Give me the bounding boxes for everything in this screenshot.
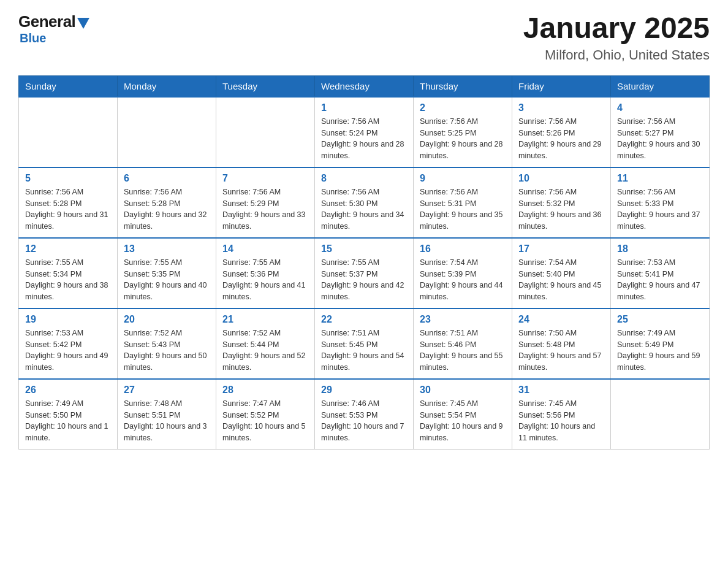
calendar-cell: 21Sunrise: 7:52 AMSunset: 5:44 PMDayligh… xyxy=(216,308,315,379)
calendar-cell: 11Sunrise: 7:56 AMSunset: 5:33 PMDayligh… xyxy=(611,167,710,238)
day-number: 29 xyxy=(321,385,407,396)
day-info: Sunrise: 7:54 AMSunset: 5:39 PMDaylight:… xyxy=(420,257,506,303)
day-number: 1 xyxy=(321,102,407,113)
day-number: 27 xyxy=(124,385,210,396)
calendar-header-saturday: Saturday xyxy=(611,75,710,97)
day-number: 21 xyxy=(222,314,308,325)
calendar-cell: 30Sunrise: 7:45 AMSunset: 5:54 PMDayligh… xyxy=(414,379,512,450)
day-info: Sunrise: 7:56 AMSunset: 5:24 PMDaylight:… xyxy=(321,116,407,162)
calendar-week-row: 1Sunrise: 7:56 AMSunset: 5:24 PMDaylight… xyxy=(19,97,710,167)
calendar-header-thursday: Thursday xyxy=(414,75,512,97)
calendar-cell: 19Sunrise: 7:53 AMSunset: 5:42 PMDayligh… xyxy=(19,308,118,379)
day-info: Sunrise: 7:50 AMSunset: 5:48 PMDaylight:… xyxy=(518,327,604,373)
calendar-cell: 10Sunrise: 7:56 AMSunset: 5:32 PMDayligh… xyxy=(512,167,611,238)
day-number: 31 xyxy=(518,385,604,396)
day-info: Sunrise: 7:49 AMSunset: 5:50 PMDaylight:… xyxy=(25,398,111,444)
day-number: 18 xyxy=(617,243,703,255)
day-number: 5 xyxy=(25,173,111,184)
day-info: Sunrise: 7:52 AMSunset: 5:44 PMDaylight:… xyxy=(222,327,308,373)
day-info: Sunrise: 7:53 AMSunset: 5:41 PMDaylight:… xyxy=(617,257,703,303)
day-info: Sunrise: 7:51 AMSunset: 5:46 PMDaylight:… xyxy=(420,327,506,373)
logo-blue-text: Blue xyxy=(20,31,46,45)
location: Milford, Ohio, United States xyxy=(523,47,710,63)
day-number: 11 xyxy=(617,173,703,184)
day-number: 20 xyxy=(124,314,210,325)
day-info: Sunrise: 7:48 AMSunset: 5:51 PMDaylight:… xyxy=(124,398,210,444)
day-info: Sunrise: 7:51 AMSunset: 5:45 PMDaylight:… xyxy=(321,327,407,373)
day-info: Sunrise: 7:45 AMSunset: 5:54 PMDaylight:… xyxy=(420,398,506,444)
calendar-cell: 14Sunrise: 7:55 AMSunset: 5:36 PMDayligh… xyxy=(216,238,315,308)
day-info: Sunrise: 7:45 AMSunset: 5:56 PMDaylight:… xyxy=(518,398,604,444)
day-info: Sunrise: 7:56 AMSunset: 5:31 PMDaylight:… xyxy=(420,186,506,232)
calendar-cell: 12Sunrise: 7:55 AMSunset: 5:34 PMDayligh… xyxy=(19,238,118,308)
day-info: Sunrise: 7:52 AMSunset: 5:43 PMDaylight:… xyxy=(124,327,210,373)
calendar-header-sunday: Sunday xyxy=(19,75,118,97)
day-info: Sunrise: 7:56 AMSunset: 5:25 PMDaylight:… xyxy=(420,116,506,162)
calendar-cell: 8Sunrise: 7:56 AMSunset: 5:30 PMDaylight… xyxy=(315,167,414,238)
day-info: Sunrise: 7:55 AMSunset: 5:34 PMDaylight:… xyxy=(25,257,111,303)
day-number: 7 xyxy=(222,173,308,184)
calendar-cell: 31Sunrise: 7:45 AMSunset: 5:56 PMDayligh… xyxy=(512,379,611,450)
calendar-cell: 17Sunrise: 7:54 AMSunset: 5:40 PMDayligh… xyxy=(512,238,611,308)
calendar-week-row: 26Sunrise: 7:49 AMSunset: 5:50 PMDayligh… xyxy=(19,379,710,450)
calendar-cell: 1Sunrise: 7:56 AMSunset: 5:24 PMDaylight… xyxy=(315,97,414,167)
calendar-cell: 2Sunrise: 7:56 AMSunset: 5:25 PMDaylight… xyxy=(414,97,512,167)
day-info: Sunrise: 7:56 AMSunset: 5:29 PMDaylight:… xyxy=(222,186,308,232)
day-number: 28 xyxy=(222,385,308,396)
calendar-cell: 9Sunrise: 7:56 AMSunset: 5:31 PMDaylight… xyxy=(414,167,512,238)
calendar-cell xyxy=(611,379,710,450)
calendar-cell: 26Sunrise: 7:49 AMSunset: 5:50 PMDayligh… xyxy=(19,379,118,450)
calendar-header-row: SundayMondayTuesdayWednesdayThursdayFrid… xyxy=(19,75,710,97)
day-info: Sunrise: 7:49 AMSunset: 5:49 PMDaylight:… xyxy=(617,327,703,373)
logo-triangle-icon xyxy=(77,18,89,29)
day-number: 24 xyxy=(518,314,604,325)
calendar-cell: 13Sunrise: 7:55 AMSunset: 5:35 PMDayligh… xyxy=(118,238,216,308)
calendar-cell: 29Sunrise: 7:46 AMSunset: 5:53 PMDayligh… xyxy=(315,379,414,450)
day-number: 25 xyxy=(617,314,703,325)
calendar-header-monday: Monday xyxy=(118,75,216,97)
day-number: 19 xyxy=(25,314,111,325)
day-info: Sunrise: 7:54 AMSunset: 5:40 PMDaylight:… xyxy=(518,257,604,303)
day-number: 22 xyxy=(321,314,407,325)
day-number: 30 xyxy=(420,385,506,396)
day-number: 3 xyxy=(518,102,604,113)
logo-general-text: General xyxy=(18,12,75,31)
day-number: 26 xyxy=(25,385,111,396)
page-header: General Blue January 2025 Milford, Ohio,… xyxy=(18,12,710,63)
day-number: 13 xyxy=(124,243,210,255)
day-number: 16 xyxy=(420,243,506,255)
day-number: 10 xyxy=(518,173,604,184)
calendar-week-row: 12Sunrise: 7:55 AMSunset: 5:34 PMDayligh… xyxy=(19,238,710,308)
day-info: Sunrise: 7:55 AMSunset: 5:36 PMDaylight:… xyxy=(222,257,308,303)
calendar-cell: 25Sunrise: 7:49 AMSunset: 5:49 PMDayligh… xyxy=(611,308,710,379)
day-info: Sunrise: 7:56 AMSunset: 5:33 PMDaylight:… xyxy=(617,186,703,232)
day-number: 6 xyxy=(124,173,210,184)
day-info: Sunrise: 7:56 AMSunset: 5:28 PMDaylight:… xyxy=(124,186,210,232)
calendar-header-friday: Friday xyxy=(512,75,611,97)
calendar-cell: 23Sunrise: 7:51 AMSunset: 5:46 PMDayligh… xyxy=(414,308,512,379)
day-number: 4 xyxy=(617,102,703,113)
calendar-cell: 18Sunrise: 7:53 AMSunset: 5:41 PMDayligh… xyxy=(611,238,710,308)
day-info: Sunrise: 7:56 AMSunset: 5:28 PMDaylight:… xyxy=(25,186,111,232)
calendar-cell: 22Sunrise: 7:51 AMSunset: 5:45 PMDayligh… xyxy=(315,308,414,379)
calendar-cell xyxy=(216,97,315,167)
day-number: 17 xyxy=(518,243,604,255)
title-section: January 2025 Milford, Ohio, United State… xyxy=(523,12,710,63)
calendar-cell xyxy=(118,97,216,167)
calendar-cell: 6Sunrise: 7:56 AMSunset: 5:28 PMDaylight… xyxy=(118,167,216,238)
month-title: January 2025 xyxy=(523,12,710,45)
day-number: 9 xyxy=(420,173,506,184)
day-info: Sunrise: 7:53 AMSunset: 5:42 PMDaylight:… xyxy=(25,327,111,373)
calendar-cell: 24Sunrise: 7:50 AMSunset: 5:48 PMDayligh… xyxy=(512,308,611,379)
calendar-week-row: 19Sunrise: 7:53 AMSunset: 5:42 PMDayligh… xyxy=(19,308,710,379)
calendar-cell: 3Sunrise: 7:56 AMSunset: 5:26 PMDaylight… xyxy=(512,97,611,167)
calendar-header-wednesday: Wednesday xyxy=(315,75,414,97)
day-number: 2 xyxy=(420,102,506,113)
calendar-cell: 4Sunrise: 7:56 AMSunset: 5:27 PMDaylight… xyxy=(611,97,710,167)
day-info: Sunrise: 7:56 AMSunset: 5:30 PMDaylight:… xyxy=(321,186,407,232)
calendar-cell: 16Sunrise: 7:54 AMSunset: 5:39 PMDayligh… xyxy=(414,238,512,308)
calendar-week-row: 5Sunrise: 7:56 AMSunset: 5:28 PMDaylight… xyxy=(19,167,710,238)
calendar-cell xyxy=(19,97,118,167)
day-info: Sunrise: 7:55 AMSunset: 5:35 PMDaylight:… xyxy=(124,257,210,303)
calendar-cell: 27Sunrise: 7:48 AMSunset: 5:51 PMDayligh… xyxy=(118,379,216,450)
